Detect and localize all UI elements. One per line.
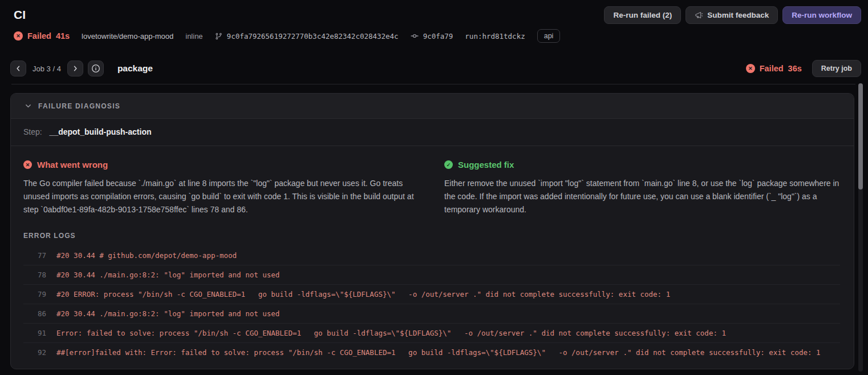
job-status: ✕ Failed 36s [746,64,802,73]
log-row: 92 ##[error]failed with: Error: failed t… [23,342,840,362]
job-bar-right: ✕ Failed 36s Retry job [746,60,861,77]
check-circle-icon: ✓ [444,160,453,169]
failure-diagnosis-title: FAILURE DIAGNOSIS [38,102,120,110]
workflow-state-label: Failed [27,31,51,41]
commit-hash-full: 9c0fa79265619272770b3c42e82342c028432e4c [227,32,399,41]
log-line-text: #20 30.44 # github.com/depot/demo-app-mo… [56,251,237,260]
workflow-duration: 41s [56,31,70,41]
job-bar: Job 3 / 4 package ✕ Failed 36s Retry job [0,58,868,79]
error-logs-title: ERROR LOGS [23,232,840,240]
job-failed-x-circle-icon: ✕ [746,64,755,73]
log-line-number: 78 [23,271,46,279]
commit-hash-short: 9c0fa79 [423,32,453,41]
retry-job-button[interactable]: Retry job [812,60,861,77]
log-row: 91 Error: failed to solve: process "/bin… [23,323,840,342]
megaphone-icon [695,11,703,19]
step-label: Step: [23,127,42,136]
git-branch-icon [215,33,222,40]
job-duration: 36s [788,64,802,73]
error-logs-list: 77 #20 30.44 # github.com/depot/demo-app… [23,246,840,362]
log-row: 86 #20 30.44 ./main.go:8:2: "log" import… [23,304,840,323]
scrollbar-track[interactable] [858,83,863,372]
log-line-number: 77 [23,251,46,260]
log-line-text: ##[error]failed with: Error: failed to s… [56,348,821,357]
chevron-left-icon [15,65,22,72]
step-name: __depot_build-push-action [50,127,152,136]
log-line-text: #20 ERROR: process "/bin/sh -c CGO_ENABL… [56,290,670,299]
suggested-fix-body: Either remove the unused `import "log"` … [444,177,840,216]
what-went-wrong-title: What went wrong [37,160,108,170]
step-row: Step: __depot_build-push-action [11,119,854,146]
what-went-wrong-section: ✕ What went wrong The Go compiler failed… [23,160,419,216]
suggested-fix-heading: ✓ Suggested fix [444,160,840,170]
log-line-number: 92 [23,348,46,357]
log-line-text: #20 30.44 ./main.go:8:2: "log" imported … [56,271,279,279]
log-line-number: 79 [23,290,46,299]
failure-diagnosis-panel: FAILURE DIAGNOSIS Step: __depot_build-pu… [10,93,854,369]
run-id: run:hrd81tdckz [465,32,525,41]
commit-short-group[interactable]: 9c0fa79 [411,32,453,41]
job-name: package [117,63,153,74]
api-badge: api [537,29,561,43]
info-circle-icon [91,64,100,73]
log-line-text: Error: failed to solve: process "/bin/sh… [56,329,726,337]
rerun-failed-button[interactable]: Re-run failed (2) [604,6,681,24]
commit-full-group[interactable]: 9c0fa79265619272770b3c42e82342c028432e4c [215,32,399,41]
chevron-down-icon [25,102,32,110]
diagnosis-columns: ✕ What went wrong The Go compiler failed… [11,146,854,216]
git-commit-icon [411,32,419,40]
content-divider [11,84,855,84]
log-row: 78 #20 30.44 ./main.go:8:2: "log" import… [23,265,840,284]
scrollbar-thumb[interactable] [858,83,863,189]
failure-diagnosis-header[interactable]: FAILURE DIAGNOSIS [11,94,854,119]
log-line-text: #20 30.44 ./main.go:8:2: "log" imported … [56,309,279,318]
error-x-circle-icon: ✕ [23,160,32,169]
failed-x-circle-icon: ✕ [14,31,23,41]
retry-job-label: Retry job [821,64,852,72]
suggested-fix-section: ✓ Suggested fix Either remove the unused… [444,160,840,216]
log-row: 79 #20 ERROR: process "/bin/sh -c CGO_EN… [23,284,840,304]
top-bar: CI Re-run failed (2) Submit feedback Re-… [0,0,868,26]
rerun-workflow-label: Re-run workflow [792,11,852,19]
rerun-workflow-button[interactable]: Re-run workflow [782,6,861,24]
what-went-wrong-heading: ✕ What went wrong [23,160,419,170]
trigger-label: inline [185,32,202,41]
page-title: CI [14,8,26,22]
workflow-status: ✕ Failed 41s [14,31,70,41]
top-actions: Re-run failed (2) Submit feedback Re-run… [604,6,861,24]
what-went-wrong-body: The Go compiler failed because `./main.g… [23,177,419,216]
log-row: 77 #20 30.44 # github.com/depot/demo-app… [23,246,840,265]
suggested-fix-title: Suggested fix [458,160,514,170]
submit-feedback-button[interactable]: Submit feedback [686,6,778,24]
chevron-right-icon [72,65,79,72]
next-job-button[interactable] [67,61,83,76]
log-line-number: 91 [23,329,46,337]
job-info-button[interactable] [88,61,104,76]
repo-link[interactable]: lovetowrite/demo-app-mood [82,32,173,41]
submit-feedback-label: Submit feedback [707,11,769,19]
log-line-number: 86 [23,309,46,318]
job-state-label: Failed [760,64,784,73]
workflow-status-bar: ✕ Failed 41s lovetowrite/demo-app-mood i… [0,27,868,45]
job-counter: Job 3 / 4 [33,64,61,73]
prev-job-button[interactable] [10,61,26,76]
rerun-failed-label: Re-run failed (2) [613,11,672,19]
